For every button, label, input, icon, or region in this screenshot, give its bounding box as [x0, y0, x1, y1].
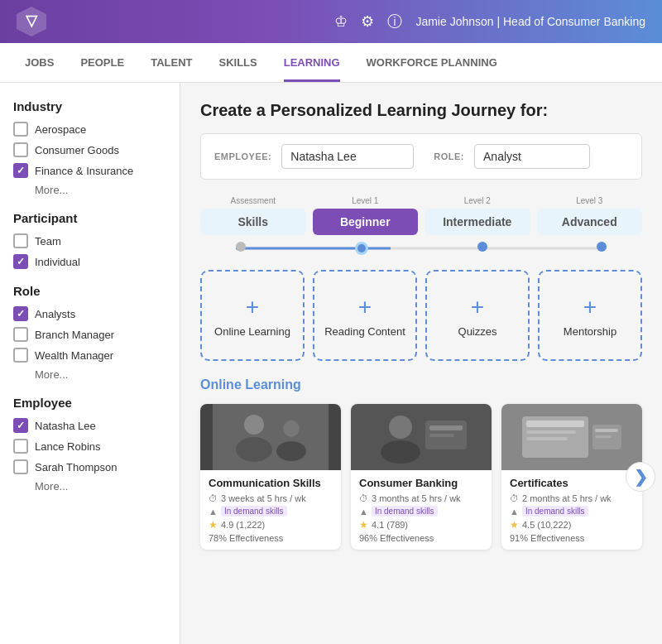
- nav-learning[interactable]: LEARNING: [284, 43, 340, 82]
- finance-item[interactable]: Finance & Insurance: [13, 163, 166, 178]
- individual-checkbox[interactable]: [13, 254, 28, 269]
- progress-line: [200, 242, 642, 255]
- levels-row: Assessment Skills Level 1 Beginner Level…: [200, 196, 642, 235]
- nav-skills[interactable]: SKILLS: [218, 43, 257, 82]
- wealth-manager-item[interactable]: Wealth Manager: [13, 348, 166, 363]
- level-3-btn[interactable]: Advanced: [537, 209, 643, 235]
- course-tag-1: In demand skills: [372, 506, 438, 517]
- industry-more[interactable]: More...: [35, 184, 166, 196]
- course-effectiveness-0: 78% Effectiveness: [209, 533, 333, 543]
- finance-checkbox[interactable]: [13, 163, 28, 178]
- svg-rect-14: [526, 430, 576, 434]
- employee-input[interactable]: [281, 144, 414, 169]
- industry-title: Industry: [13, 99, 166, 113]
- aerospace-item[interactable]: Aerospace: [13, 122, 166, 137]
- employee-more[interactable]: More...: [35, 480, 166, 493]
- dot-3: [597, 242, 607, 252]
- branch-manager-checkbox[interactable]: [13, 327, 28, 342]
- nav-jobs[interactable]: JOBS: [25, 43, 54, 82]
- online-learning-card[interactable]: + Online Learning: [200, 270, 305, 361]
- course-title-0: Communication Skills: [209, 477, 333, 489]
- settings-icon[interactable]: ⚙: [361, 12, 374, 31]
- role-field-label: ROLE:: [434, 151, 464, 161]
- logo: ▽: [17, 7, 46, 36]
- header-icons: ♔ ⚙ ⓘ Jamie Johnson | Head of Consumer B…: [334, 12, 645, 31]
- quizzes-label: Quizzes: [458, 325, 497, 338]
- course-rating-2: 4.5 (10,222): [522, 520, 571, 530]
- course-rating-1: 4.1 (789): [372, 520, 408, 530]
- aerospace-checkbox[interactable]: [13, 122, 28, 137]
- svg-point-1: [244, 415, 264, 435]
- course-body-1: Consumer Banking ⏱ 3 months at 5 hrs / w…: [351, 470, 492, 550]
- mentorship-plus-icon: +: [583, 294, 597, 320]
- employee-role-form: EMPLOYEE: ROLE:: [200, 133, 642, 180]
- lance-item[interactable]: Lance Robins: [13, 439, 166, 454]
- header: ▽ ♔ ⚙ ⓘ Jamie Johnson | Head of Consumer…: [0, 0, 662, 43]
- levels-container: Assessment Skills Level 1 Beginner Level…: [200, 196, 642, 255]
- reading-content-card[interactable]: + Reading Content: [313, 270, 417, 361]
- star-icon-2: ★: [510, 519, 519, 531]
- employee-field-label: EMPLOYEE:: [214, 151, 271, 161]
- aerospace-label: Aerospace: [35, 123, 86, 136]
- level-2-btn[interactable]: Intermediate: [425, 209, 530, 235]
- team-checkbox[interactable]: [13, 233, 28, 248]
- course-card-0: Communication Skills ⏱ 3 weeks at 5 hrs …: [200, 404, 341, 550]
- course-duration-1: ⏱ 3 months at 5 hrs / wk: [359, 493, 483, 503]
- level-intermediate: Level 2 Intermediate: [425, 196, 530, 235]
- svg-point-7: [381, 440, 420, 464]
- consumer-goods-checkbox[interactable]: [13, 142, 28, 157]
- course-duration-text-0: 3 weeks at 5 hrs / wk: [221, 493, 306, 503]
- role-more[interactable]: More...: [35, 368, 166, 381]
- course-tag-2: In demand skills: [522, 506, 588, 517]
- course-title-2: Certificates: [510, 477, 634, 489]
- help-icon[interactable]: ⓘ: [387, 12, 402, 31]
- star-icon-0: ★: [209, 519, 218, 531]
- dot-0: [236, 242, 246, 252]
- wealth-manager-checkbox[interactable]: [13, 348, 28, 363]
- user-label: Jamie Johnson | Head of Consumer Banking: [415, 15, 645, 28]
- course-card-2: Certificates ⏱ 2 months at 5 hrs / wk ▲ …: [501, 404, 642, 550]
- level-1-btn[interactable]: Beginner: [313, 209, 419, 235]
- mentorship-card[interactable]: + Mentorship: [538, 270, 642, 361]
- finance-label: Finance & Insurance: [35, 165, 133, 177]
- quizzes-plus-icon: +: [471, 294, 484, 320]
- user-icon[interactable]: ♔: [334, 12, 348, 31]
- clock-icon-0: ⏱: [209, 493, 218, 503]
- branch-manager-item[interactable]: Branch Manager: [13, 327, 166, 342]
- analysts-item[interactable]: Analysts: [13, 306, 166, 321]
- industry-filter: Industry Aerospace Consumer Goods Financ…: [13, 99, 166, 196]
- natasha-item[interactable]: Natasha Lee: [13, 418, 166, 433]
- sidebar: Industry Aerospace Consumer Goods Financ…: [0, 83, 180, 644]
- analysts-label: Analysts: [35, 308, 75, 320]
- sarah-item[interactable]: Sarah Thompson: [13, 459, 166, 474]
- level-beginner: Level 1 Beginner: [313, 196, 419, 235]
- level-assessment: Assessment Skills: [200, 196, 306, 235]
- quizzes-card[interactable]: + Quizzes: [425, 270, 530, 361]
- course-rating-row-2: ★ 4.5 (10,222): [510, 519, 634, 531]
- lance-label: Lance Robins: [35, 440, 101, 453]
- svg-rect-9: [429, 425, 463, 430]
- course-body-2: Certificates ⏱ 2 months at 5 hrs / wk ▲ …: [501, 470, 642, 550]
- role-input[interactable]: [474, 144, 590, 169]
- analysts-checkbox[interactable]: [13, 306, 28, 321]
- lance-checkbox[interactable]: [13, 439, 28, 454]
- nav-people[interactable]: PEOPLE: [80, 43, 124, 82]
- next-arrow-btn[interactable]: ❯: [626, 462, 655, 492]
- dot-1: [355, 242, 368, 255]
- page-title: Create a Personalized Learning Journey f…: [200, 101, 642, 120]
- sarah-checkbox[interactable]: [13, 459, 28, 474]
- course-effectiveness-2: 91% Effectiveness: [510, 533, 634, 543]
- trending-icon-1: ▲: [359, 507, 368, 517]
- course-duration-2: ⏱ 2 months at 5 hrs / wk: [510, 493, 634, 503]
- team-item[interactable]: Team: [13, 233, 166, 248]
- participant-filter: Participant Team Individual: [13, 211, 166, 269]
- natasha-checkbox[interactable]: [13, 418, 28, 433]
- svg-rect-13: [526, 421, 584, 427]
- participant-title: Participant: [13, 211, 166, 225]
- level-0-btn[interactable]: Skills: [200, 209, 306, 235]
- nav-workforce[interactable]: WORKFORCE PLANNING: [367, 43, 497, 82]
- consumer-goods-item[interactable]: Consumer Goods: [13, 142, 166, 157]
- course-rating-row-1: ★ 4.1 (789): [359, 519, 483, 531]
- nav-talent[interactable]: TALENT: [151, 43, 192, 82]
- individual-item[interactable]: Individual: [13, 254, 166, 269]
